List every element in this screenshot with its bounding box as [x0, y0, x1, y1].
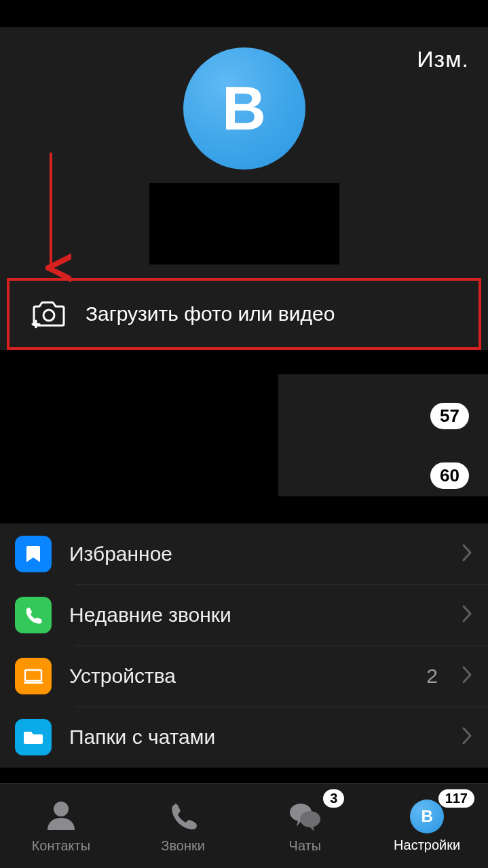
svg-point-0 — [43, 310, 54, 321]
info-badge-1: 57 — [430, 403, 469, 429]
menu-label: Папки с чатами — [69, 726, 443, 749]
avatar-letter: В — [222, 74, 266, 144]
svg-rect-3 — [25, 670, 41, 681]
settings-menu-section: Избранное Недавние звонки Устройства 2 — [0, 524, 488, 768]
tab-label: Контакты — [32, 838, 90, 854]
svg-point-8 — [300, 811, 320, 827]
tab-label: Звонки — [161, 838, 205, 854]
folder-icon — [15, 719, 52, 755]
account-info-redacted — [0, 374, 278, 496]
chat-bubbles-icon — [287, 799, 322, 834]
chevron-right-icon — [461, 604, 473, 627]
settings-profile-header: Изм. В Загрузить фото или видео — [0, 27, 488, 350]
devices-icon — [15, 658, 52, 694]
menu-label: Устройства — [69, 665, 409, 688]
contacts-icon — [43, 799, 79, 834]
tab-calls[interactable]: Звонки — [122, 784, 244, 868]
tab-chats[interactable]: 3 Чаты — [244, 784, 367, 868]
svg-point-6 — [54, 802, 69, 816]
menu-value: 2 — [426, 665, 438, 688]
menu-label: Недавние звонки — [69, 604, 443, 627]
menu-devices[interactable]: Устройства 2 — [0, 646, 488, 707]
menu-label: Избранное — [69, 542, 443, 566]
edit-button[interactable]: Изм. — [417, 46, 469, 73]
phone-icon — [15, 597, 52, 633]
chevron-right-icon — [461, 665, 473, 688]
tab-contacts[interactable]: Контакты — [0, 784, 122, 868]
info-badge-2: 60 — [430, 462, 469, 489]
settings-badge: 117 — [437, 788, 476, 809]
upload-photo-label: Загрузить фото или видео — [86, 302, 335, 326]
tab-label: Настройки — [394, 837, 460, 853]
tab-label: Чаты — [289, 838, 322, 854]
bookmark-icon — [15, 536, 52, 572]
profile-avatar[interactable]: В — [183, 47, 305, 170]
camera-plus-icon — [30, 297, 65, 331]
profile-name-redacted — [149, 183, 339, 264]
account-info-section: 57 60 — [0, 374, 488, 496]
menu-chat-folders[interactable]: Папки с чатами — [0, 707, 488, 768]
chevron-right-icon — [461, 542, 473, 566]
chats-badge: 3 — [322, 788, 345, 809]
menu-favorites[interactable]: Избранное — [0, 524, 488, 585]
phone-icon — [166, 799, 201, 834]
chevron-right-icon — [461, 726, 473, 749]
tab-settings[interactable]: В 117 Настройки — [366, 784, 488, 868]
menu-recent-calls[interactable]: Недавние звонки — [0, 585, 488, 646]
tab-bar: Контакты Звонки 3 Чаты В 117 Настройки — [0, 783, 488, 868]
upload-photo-button[interactable]: Загрузить фото или видео — [7, 278, 481, 350]
